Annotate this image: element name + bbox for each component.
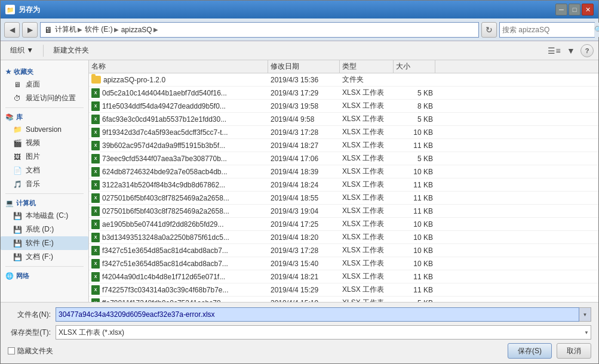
file-cell-size: 11 KB (394, 270, 435, 283)
filename-dropdown-button[interactable]: ▼ (579, 307, 591, 322)
sidebar-item-recent[interactable]: ⏱ 最近访问的位置 (1, 91, 88, 105)
drive-f-icon: 💾 (13, 252, 22, 262)
new-folder-button[interactable]: 新建文件夹 (48, 43, 94, 58)
xlsx-icon: X (91, 246, 100, 255)
cancel-button[interactable]: 取消 (557, 343, 591, 359)
path-segment-drive: 软件 (E:) ▶ (85, 24, 119, 35)
refresh-button[interactable]: ↻ (481, 22, 497, 38)
view-toggle-button[interactable]: ▼ (564, 44, 578, 58)
table-row[interactable]: apizzaSQ-pro-1.2.0 2019/4/3 15:36 文件夹 (89, 73, 598, 87)
table-row[interactable]: X ae1905bb5e07441d9f2dd826b5fd29... 2019… (89, 218, 598, 231)
file-cell-type: XLSX 工作表 (340, 218, 394, 231)
view-options-button[interactable]: ☰≡ (547, 44, 561, 58)
file-cell-size: 5 KB (394, 113, 435, 126)
file-cell-type: XLSX 工作表 (340, 139, 394, 152)
minimize-button[interactable]: ─ (555, 4, 567, 16)
toolbar-separator (43, 45, 44, 57)
file-cell-name: X f3427c51e3654d85ac81d4cabd8acb7... (89, 244, 268, 257)
file-cell-size: 5 KB (394, 87, 435, 100)
sidebar-item-drive-d[interactable]: 💾 系统 (D:) (1, 223, 88, 236)
library-icon: 📚 (5, 113, 14, 121)
drive-e-icon: 💾 (13, 239, 22, 248)
sidebar-item-subversion[interactable]: 📁 Subversion (1, 123, 88, 136)
file-cell-size: 11 KB (394, 192, 435, 205)
table-row[interactable]: X 027501b6f5bf403c8f7825469a2a2658... 20… (89, 192, 598, 205)
sidebar-section-computer: 💻 计算机 (1, 196, 88, 209)
search-box[interactable]: 🔍 (499, 22, 595, 38)
xlsx-icon: X (91, 128, 100, 137)
file-cell-name: X ae1905bb5e07441d9f2dd826b5fd29... (89, 218, 268, 231)
sidebar-item-music[interactable]: 🎵 音乐 (1, 177, 88, 191)
file-cell-name: X 39b602ac957d42da9a9ff51915b3b5f... (89, 139, 268, 152)
sidebar-item-documents[interactable]: 📄 文档 (1, 164, 88, 177)
table-row[interactable]: X 39b602ac957d42da9a9ff51915b3b5f... 201… (89, 139, 598, 152)
table-row[interactable]: X f3427c51e3654d85ac81d4cabd8acb7... 201… (89, 244, 598, 257)
sidebar-item-pictures[interactable]: 🖼 图片 (1, 150, 88, 164)
xlsx-icon: X (91, 233, 100, 242)
file-cell-name: X b3d13493513248a0a2250b875f61dc5... (89, 231, 268, 244)
table-row[interactable]: X 624db87246324bde92a7e058acb4db... 2019… (89, 165, 598, 178)
search-input[interactable] (500, 26, 594, 34)
maximize-button[interactable]: □ (569, 4, 580, 16)
file-cell-name: X 73eec9cfd5344f07aea3a7be308770b... (89, 152, 268, 165)
file-cell-name: X 3122a314b5204f84b34c9db8d67862... (89, 178, 268, 192)
file-cell-type: XLSX 工作表 (340, 192, 394, 205)
file-cell-type: XLSX 工作表 (340, 113, 394, 126)
file-cell-date: 2019/4/4 18:39 (268, 165, 340, 178)
column-header-type[interactable]: 类型 (340, 60, 394, 73)
table-row[interactable]: X ffe79011f17348fdb9e0c75241eebc78... 20… (89, 297, 598, 302)
file-cell-size: 10 KB (394, 126, 435, 139)
table-row[interactable]: X f42044a90d1c4b4d8e1f712d65e071f... 201… (89, 270, 598, 283)
sidebar-item-drive-f[interactable]: 💾 文档 (F:) (1, 250, 88, 264)
sidebar-section-network: 🌐 网络 (1, 269, 88, 282)
table-row[interactable]: X 1f1e5034ddf54da49427deaddd9b5f0... 201… (89, 100, 598, 113)
file-cell-date: 2019/4/4 18:55 (268, 192, 340, 205)
sidebar-item-desktop[interactable]: 🖥 桌面 (1, 78, 88, 91)
sidebar-section-favorites: ★ 收藏夹 (1, 65, 88, 78)
table-row[interactable]: X b3d13493513248a0a2250b875f61dc5... 201… (89, 231, 598, 244)
table-row[interactable]: X 0d5c2a10c14d4044b1aebf7dd540f16... 201… (89, 87, 598, 100)
help-button[interactable]: ? (580, 44, 594, 57)
file-cell-type: XLSX 工作表 (340, 152, 394, 165)
sidebar-item-drive-c[interactable]: 💾 本地磁盘 (C:) (1, 209, 88, 223)
table-row[interactable]: X 6fac93e3c0cd491ab5537b12e1fdd30... 201… (89, 113, 598, 126)
file-list-container: 名称 修改日期 类型 大小 apizzaSQ-pro-1.2.0 2019/4/… (89, 60, 598, 302)
filename-input[interactable] (56, 307, 579, 322)
column-header-date[interactable]: 修改日期 (268, 60, 340, 73)
table-row[interactable]: X 3122a314b5204f84b34c9db8d67862... 2019… (89, 178, 598, 192)
file-cell-name: X 1f1e5034ddf54da49427deaddd9b5f0... (89, 100, 268, 113)
file-list[interactable]: apizzaSQ-pro-1.2.0 2019/4/3 15:36 文件夹 X … (89, 73, 598, 302)
table-row[interactable]: X f3427c51e3654d85ac81d4cabd8acb7... 201… (89, 257, 598, 270)
table-row[interactable]: X 73eec9cfd5344f07aea3a7be308770b... 201… (89, 152, 598, 165)
filetype-select[interactable]: XLSX 工作表 (*.xlsx) (56, 325, 591, 340)
table-row[interactable]: X 9f19342d3d7c4a5f93eac5dcff3f5cc7-t... … (89, 126, 598, 139)
home-icon: 🖥 (44, 25, 53, 35)
xlsx-icon: X (91, 88, 100, 98)
sidebar-divider-1 (5, 107, 84, 108)
column-header-name[interactable]: 名称 (89, 60, 268, 73)
file-cell-size: 8 KB (394, 100, 435, 113)
back-button[interactable]: ◀ (4, 22, 20, 38)
file-cell-date: 2019/4/3 17:29 (268, 87, 340, 100)
file-cell-date: 2019/4/4 15:19 (268, 297, 340, 303)
forward-button[interactable]: ▶ (22, 22, 38, 38)
file-cell-size: 11 KB (394, 283, 435, 297)
table-row[interactable]: X 027501b6f5bf403c8f7825469a2a2658... 20… (89, 205, 598, 218)
close-button[interactable]: ✕ (582, 4, 594, 16)
hidden-files-toggle[interactable]: 隐藏文件夹 (8, 346, 53, 356)
sidebar-item-drive-e[interactable]: 💾 软件 (E:) (1, 236, 88, 250)
sidebar-item-video[interactable]: 🎬 视频 (1, 136, 88, 150)
hidden-files-checkbox[interactable] (8, 347, 15, 354)
file-cell-date: 2019/4/3 17:28 (268, 244, 340, 257)
xlsx-icon: X (91, 285, 100, 295)
sidebar: ★ 收藏夹 🖥 桌面 ⏱ 最近访问的位置 📚 库 📁 Subversion (1, 60, 89, 302)
xlsx-icon: X (91, 141, 100, 150)
save-button[interactable]: 保存(S) (508, 343, 552, 359)
file-cell-name: X ffe79011f17348fdb9e0c75241eebc78... (89, 297, 268, 303)
search-icon[interactable]: 🔍 (594, 23, 599, 37)
address-path[interactable]: 🖥 计算机 ▶ 软件 (E:) ▶ apizzaSQ ▶ (40, 22, 479, 38)
organize-button[interactable]: 组织 ▼ (5, 43, 38, 58)
table-row[interactable]: X f742257f3c034314a03c39c4f68b7b7e... 20… (89, 283, 598, 297)
column-header-size[interactable]: 大小 (394, 60, 435, 73)
main-content: ★ 收藏夹 🖥 桌面 ⏱ 最近访问的位置 📚 库 📁 Subversion (1, 60, 598, 302)
